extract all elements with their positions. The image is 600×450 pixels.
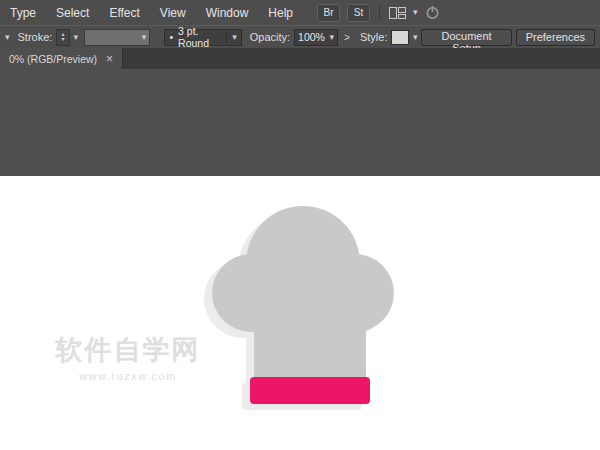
preferences-button[interactable]: Preferences (516, 29, 595, 46)
control-bar: ▾ Stroke: ▴ ▾ ▾ ▾ • 3 pt. Round ▾ Opacit… (0, 25, 600, 49)
chevron-down-icon: ▾ (142, 33, 147, 42)
menu-effect[interactable]: Effect (99, 0, 149, 25)
arrange-documents-icon[interactable] (389, 6, 406, 20)
stroke-weight-stepper[interactable]: ▴ ▾ (56, 29, 69, 46)
stroke-label: Stroke: (18, 31, 53, 43)
style-dropdown-icon[interactable]: ▾ (413, 33, 418, 42)
stepper-down-icon[interactable]: ▾ (57, 37, 68, 42)
bridge-button[interactable]: Br (317, 4, 340, 22)
document-tab-label: 0% (RGB/Preview) (9, 53, 97, 65)
illustrator-window: Type Select Effect View Window Help Br S… (0, 0, 600, 450)
app-bar-tools: Br St ▾ (317, 4, 440, 22)
menu-window[interactable]: Window (196, 0, 259, 25)
brush-bullet-icon: • (169, 31, 173, 43)
artboard[interactable]: 软件自学网 www.ruzxw.com (0, 176, 600, 450)
menu-type[interactable]: Type (0, 0, 46, 25)
chevron-down-icon[interactable]: ▾ (413, 8, 418, 17)
document-tab-bar: 0% (RGB/Preview) × (0, 48, 600, 69)
style-label: Style: (360, 31, 388, 43)
screen-mode-icon[interactable] (425, 5, 440, 20)
opacity-label: Opacity: (250, 31, 290, 43)
document-setup-button[interactable]: Document Setup (421, 29, 511, 46)
style-swatch[interactable] (391, 30, 408, 45)
pasteboard[interactable] (0, 69, 600, 176)
brush-definition-dropdown[interactable]: • 3 pt. Round ▾ (164, 29, 241, 46)
close-icon[interactable]: × (106, 53, 113, 65)
brush-definition-value: 3 pt. Round (178, 25, 221, 49)
chef-hat-artwork[interactable] (0, 176, 600, 450)
menu-select[interactable]: Select (46, 0, 99, 25)
stroke-weight-dropdown-icon[interactable]: ▾ (74, 33, 79, 42)
chevron-down-icon: ▾ (330, 33, 335, 42)
chevron-down-icon: ▾ (232, 33, 237, 42)
chef-hat-band[interactable] (250, 377, 370, 404)
menu-view[interactable]: View (150, 0, 196, 25)
menu-bar: Type Select Effect View Window Help Br S… (0, 0, 600, 25)
opacity-panel-expander[interactable]: > (342, 32, 352, 43)
toolbar-divider (379, 6, 380, 20)
opacity-value: 100% (298, 31, 325, 43)
chevron-down-icon[interactable]: ▾ (5, 33, 10, 42)
dropdown-divider (226, 32, 227, 43)
opacity-dropdown[interactable]: 100% ▾ (294, 29, 338, 46)
stock-button[interactable]: St (347, 4, 370, 22)
width-profile-dropdown[interactable]: ▾ (84, 29, 150, 46)
menu-help[interactable]: Help (258, 0, 303, 25)
chef-hat-body[interactable] (212, 206, 394, 380)
document-tab[interactable]: 0% (RGB/Preview) × (0, 48, 123, 69)
